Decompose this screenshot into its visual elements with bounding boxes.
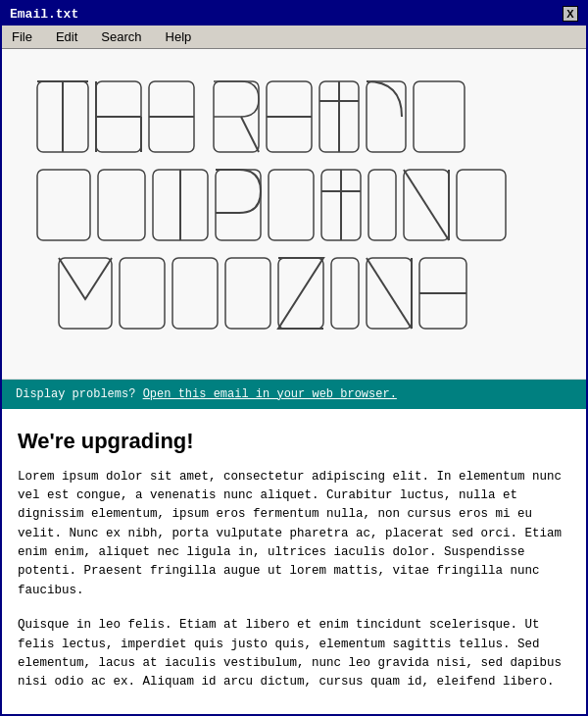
menu-bar: File Edit Search Help <box>2 26 586 49</box>
content-area[interactable]: .retro-letter { fill: none; stroke: #444… <box>2 49 586 714</box>
app-window: Email.txt X File Edit Search Help .retro… <box>0 0 588 716</box>
email-paragraph-2: Quisque in leo felis. Etiam at libero et… <box>18 616 570 692</box>
svg-rect-33 <box>120 258 165 329</box>
retro-title-svg: .retro-letter { fill: none; stroke: #444… <box>29 69 559 353</box>
svg-rect-22 <box>216 170 261 240</box>
title-bar: Email.txt X <box>2 2 586 26</box>
svg-rect-35 <box>225 258 270 329</box>
open-in-browser-link[interactable]: Open this email in your web browser. <box>143 387 397 401</box>
svg-rect-37 <box>331 258 359 329</box>
svg-rect-23 <box>269 170 314 240</box>
menu-edit[interactable]: Edit <box>50 27 83 46</box>
svg-rect-31 <box>457 170 506 240</box>
svg-rect-17 <box>414 81 465 152</box>
svg-rect-19 <box>98 170 145 240</box>
display-problem-text: Display problems? <box>16 387 135 401</box>
email-body: We're upgrading! Lorem ipsum dolor sit a… <box>2 409 586 714</box>
menu-help[interactable]: Help <box>160 27 198 46</box>
svg-line-29 <box>404 170 449 240</box>
email-heading: We're upgrading! <box>18 429 570 454</box>
window-title: Email.txt <box>10 7 78 22</box>
svg-line-10 <box>241 117 259 152</box>
menu-file[interactable]: File <box>6 27 38 46</box>
svg-rect-16 <box>367 81 406 152</box>
svg-rect-18 <box>37 170 90 240</box>
svg-rect-27 <box>368 170 396 240</box>
close-button[interactable]: X <box>563 6 578 22</box>
svg-rect-34 <box>172 258 218 329</box>
header-image: .retro-letter { fill: none; stroke: #444… <box>2 49 586 380</box>
display-problem-bar: Display problems? Open this email in you… <box>2 380 586 409</box>
menu-search[interactable]: Search <box>95 27 147 46</box>
svg-line-39 <box>367 258 412 329</box>
retro-title: .retro-letter { fill: none; stroke: #444… <box>29 69 559 359</box>
email-paragraph-1: Lorem ipsum dolor sit amet, consectetur … <box>18 468 570 601</box>
